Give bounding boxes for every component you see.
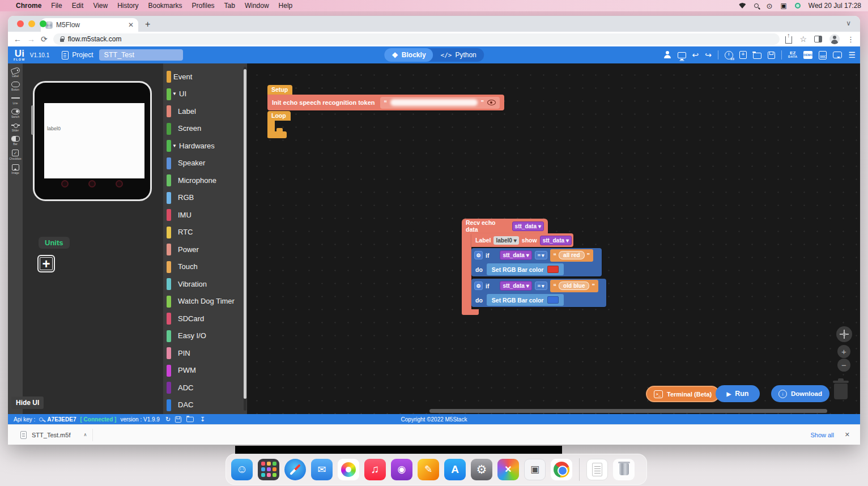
category-adc[interactable]: ADC [163,379,247,397]
wifi-icon[interactable] [739,3,746,8]
menubar-item-view[interactable]: View [93,2,108,10]
string-value[interactable]: all red [559,251,584,259]
menubar-item-history[interactable]: History [117,2,138,10]
download-item-menu-icon[interactable]: ∧ [83,432,87,437]
safari-icon[interactable] [284,459,306,480]
category-pin[interactable]: PIN [163,344,247,362]
device-manager-icon[interactable] [678,52,686,58]
close-tab-icon[interactable]: ✕ [128,21,134,29]
recenter-button[interactable] [836,326,852,342]
category-scrollbar-thumb[interactable] [244,69,246,399]
forward-button[interactable]: → [27,35,35,44]
download-button[interactable]: ↓ Download [771,385,829,402]
category-screen[interactable]: Screen [163,120,247,138]
photos-icon[interactable] [338,459,359,480]
device-button-b[interactable] [88,180,96,187]
widget-switch[interactable]: Switch [11,109,20,118]
loop-block[interactable]: Loop [267,111,291,121]
save-project-icon[interactable] [768,52,775,59]
device-button-c[interactable] [116,180,123,187]
doc-icon[interactable]: DOC [819,51,827,59]
category-ui[interactable]: ▼ UI [163,86,247,103]
category-rgb[interactable]: RGB [163,189,247,207]
menubar-clock[interactable]: Wed 20 Jul 17:28 [809,2,861,10]
string-block-all-red[interactable]: “ all red ” [550,249,593,262]
loop-block-bottom[interactable] [267,131,287,138]
show-all-link[interactable]: Show all [810,432,834,438]
label-show-block[interactable]: Label label0 ▾ show stt_data ▾ [471,233,573,247]
bookmark-star-icon[interactable]: ☆ [799,35,807,44]
menubar-item-file[interactable]: File [51,2,62,10]
category-rtc[interactable]: RTC [163,224,247,241]
category-easyio[interactable]: Easy I/O [163,327,247,345]
canvas-horizontal-scrollbar[interactable] [429,409,827,413]
stt-data-dropdown[interactable]: stt_data ▾ [512,221,544,231]
category-dac[interactable]: DAC [163,397,247,414]
browser-menu-icon[interactable]: ⋮ [847,35,854,44]
zoom-out-button[interactable]: − [837,359,850,372]
category-microphone[interactable]: Microphone [163,172,247,189]
spotlight-search-icon[interactable] [754,3,759,8]
folder-icon[interactable] [186,416,194,421]
compare-op-dropdown[interactable]: = ▾ [535,251,547,259]
close-downloads-bar-icon[interactable]: ✕ [845,431,850,438]
control-center-icon[interactable]: ⊙ [767,2,773,10]
category-label[interactable]: Label [163,103,247,120]
widget-bar[interactable]: Bar [11,136,20,146]
token-string-field[interactable]: “ ” [380,97,500,109]
category-power[interactable]: Power [163,241,247,258]
feedback-chat-icon[interactable] [833,52,842,58]
stt-data-dropdown[interactable]: stt_data ▾ [540,236,572,245]
setup-block[interactable]: Setup [267,85,292,95]
label0-dropdown[interactable]: label0 ▾ [493,236,518,245]
tab-search-chevron-icon[interactable]: ∨ [846,19,851,27]
save-icon[interactable] [175,416,181,422]
screen-label0[interactable]: label0 [47,126,61,131]
system-preferences-icon[interactable]: ⚙ [471,459,492,480]
minimize-window-button[interactable] [28,20,35,27]
menubar-item-profiles[interactable]: Profiles [192,2,215,10]
widget-checkbox[interactable]: ✓ Checkbox [9,150,21,160]
new-tab-button[interactable]: + [145,19,150,29]
music-icon[interactable]: ♫ [364,459,386,480]
string-block-old-blue[interactable]: “ old blue ” [550,280,598,292]
category-hardwares[interactable]: ▼ Hardwares [163,137,247,155]
menubar-item-chrome[interactable]: Chrome [16,2,41,10]
ezdata-icon[interactable]: EZ DATA [788,51,797,59]
app-store-icon[interactable]: A [444,459,466,480]
category-touch[interactable]: Touch [163,258,247,276]
widget-image[interactable]: Image [11,164,19,174]
status-app-icon[interactable] [795,3,801,8]
set-rgb-bar-color-block[interactable]: Set RGB Bar color [487,294,564,306]
download-firmware-icon[interactable]: ↧ [200,416,205,423]
if-block-all-red[interactable]: ⚙ if stt_data ▾ = ▾ “ [471,248,602,276]
menu-list-icon[interactable]: ☰ [848,50,856,59]
hide-ui-button[interactable]: Hide UI [11,397,44,409]
category-sdcard[interactable]: SDCard [163,310,247,327]
redo-icon[interactable]: ↪ [705,50,712,59]
profile-avatar[interactable] [829,34,840,44]
string-value[interactable]: old blue [559,282,589,290]
trash-delete-zone[interactable] [833,378,849,400]
zoom-in-button[interactable]: + [837,345,850,358]
browser-tab-m5flow[interactable]: M5Flow ✕ [41,18,138,32]
game-icon[interactable] [497,459,519,480]
widget-label[interactable]: Label [11,68,20,78]
back-button[interactable]: ← [14,35,22,44]
color-swatch-blue[interactable] [547,296,559,304]
reload-button[interactable]: ⟳ [41,35,48,44]
category-speaker[interactable]: Speaker [163,155,247,172]
stt-data-dropdown[interactable]: stt_data ▾ [500,281,531,291]
menubar-item-window[interactable]: Window [245,2,269,10]
maximize-window-button[interactable] [40,20,46,27]
category-watchdog[interactable]: Watch Dog Timer [163,293,247,310]
blockly-canvas[interactable]: Setup Init echo speech recognition token… [247,63,860,414]
share-icon[interactable] [785,36,792,44]
if-block-old-blue[interactable]: ⚙ if stt_data ▾ = ▾ “ [471,279,606,307]
device-screen[interactable]: label0 [44,103,144,178]
init-echo-token-block[interactable]: Init echo speech recognition token “ ” [267,95,504,110]
display-toggle-icon[interactable]: ▣ [780,2,786,10]
show-token-eye-icon[interactable] [487,100,496,105]
widget-line[interactable]: Line [11,95,20,105]
undo-icon[interactable]: ↩ [692,50,699,59]
